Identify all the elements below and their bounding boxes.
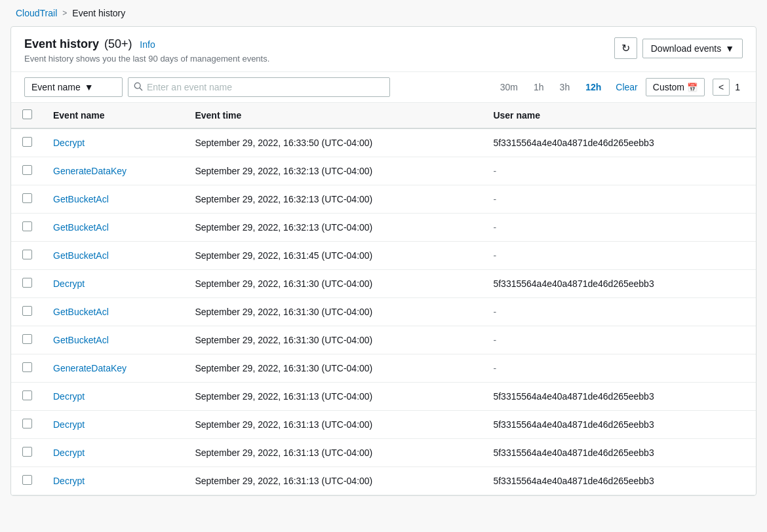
row-checkbox[interactable] bbox=[22, 447, 32, 457]
row-checkbox[interactable] bbox=[22, 419, 32, 428]
event-name-link[interactable]: GetBucketAcl bbox=[53, 307, 109, 317]
select-all-checkbox[interactable] bbox=[22, 109, 32, 119]
row-checkbox[interactable] bbox=[22, 362, 32, 372]
checkbox-header bbox=[11, 103, 43, 128]
row-checkbox[interactable] bbox=[22, 390, 32, 400]
event-name-link[interactable]: Decrypt bbox=[53, 138, 85, 148]
table-header-row: Event name Event time User name bbox=[11, 103, 756, 128]
table-row: GetBucketAcl September 29, 2022, 16:31:3… bbox=[11, 326, 756, 354]
page-title: Event history bbox=[24, 37, 99, 50]
row-checkbox-cell bbox=[11, 128, 43, 157]
time-30m-button[interactable]: 30m bbox=[494, 79, 524, 96]
download-events-button[interactable]: Download events ▼ bbox=[642, 39, 743, 58]
row-checkbox[interactable] bbox=[22, 306, 32, 316]
info-link[interactable]: Info bbox=[140, 39, 155, 50]
custom-label: Custom bbox=[653, 82, 684, 92]
row-checkbox-cell bbox=[11, 298, 43, 326]
row-user-name: 5f3315564a4e40a4871de46d265eebb3 bbox=[482, 467, 756, 495]
time-1h-button[interactable]: 1h bbox=[527, 79, 551, 96]
clear-button[interactable]: Clear bbox=[610, 79, 642, 96]
event-name-link[interactable]: Decrypt bbox=[53, 419, 85, 430]
download-arrow-icon: ▼ bbox=[725, 43, 734, 54]
row-event-name: GetBucketAcl bbox=[43, 298, 184, 326]
row-checkbox[interactable] bbox=[22, 334, 32, 344]
event-name-link[interactable]: GetBucketAcl bbox=[53, 250, 109, 261]
row-checkbox[interactable] bbox=[22, 165, 32, 175]
header-left: Event history (50+) Info Event history s… bbox=[24, 37, 269, 64]
row-event-time: September 29, 2022, 16:31:30 (UTC-04:00) bbox=[184, 270, 482, 298]
row-event-name: Decrypt bbox=[43, 467, 184, 495]
table-row: Decrypt September 29, 2022, 16:31:13 (UT… bbox=[11, 467, 756, 495]
row-checkbox[interactable] bbox=[22, 250, 32, 259]
svg-line-1 bbox=[140, 88, 142, 90]
event-name-link[interactable]: GetBucketAcl bbox=[53, 222, 109, 233]
search-input[interactable] bbox=[147, 78, 384, 96]
dropdown-arrow-icon: ▼ bbox=[85, 82, 94, 92]
row-checkbox[interactable] bbox=[22, 193, 32, 203]
row-event-time: September 29, 2022, 16:31:30 (UTC-04:00) bbox=[184, 298, 482, 326]
row-event-name: GenerateDataKey bbox=[43, 157, 184, 185]
event-name-link[interactable]: GenerateDataKey bbox=[53, 166, 127, 176]
custom-button[interactable]: Custom 📅 bbox=[646, 78, 705, 96]
row-event-time: September 29, 2022, 16:31:13 (UTC-04:00) bbox=[184, 383, 482, 411]
filter-section: Event name ▼ 30m 1h 3h 12h Clear Custom … bbox=[11, 71, 756, 103]
header-subtitle: Event history shows you the last 90 days… bbox=[24, 54, 269, 64]
row-checkbox-cell bbox=[11, 214, 43, 242]
row-user-name: - bbox=[482, 242, 756, 270]
event-name-link[interactable]: GetBucketAcl bbox=[53, 194, 109, 204]
event-name-link[interactable]: GetBucketAcl bbox=[53, 335, 109, 345]
event-name-link[interactable]: Decrypt bbox=[53, 391, 85, 402]
header-section: Event history (50+) Info Event history s… bbox=[11, 27, 756, 71]
table-row: GetBucketAcl September 29, 2022, 16:31:4… bbox=[11, 242, 756, 270]
row-checkbox-cell bbox=[11, 383, 43, 411]
table-row: GenerateDataKey September 29, 2022, 16:3… bbox=[11, 157, 756, 185]
event-name-dropdown[interactable]: Event name ▼ bbox=[24, 77, 123, 97]
breadcrumb-cloudtrail-link[interactable]: CloudTrail bbox=[16, 8, 57, 18]
row-event-name: Decrypt bbox=[43, 270, 184, 298]
events-table: Event name Event time User name Decrypt … bbox=[11, 103, 756, 495]
event-name-link[interactable]: Decrypt bbox=[53, 278, 85, 289]
row-user-name: - bbox=[482, 214, 756, 242]
header-right: ↻ Download events ▼ bbox=[614, 37, 743, 59]
row-event-time: September 29, 2022, 16:32:13 (UTC-04:00) bbox=[184, 185, 482, 214]
breadcrumb-current-page: Event history bbox=[72, 8, 125, 18]
table-row: GetBucketAcl September 29, 2022, 16:31:3… bbox=[11, 298, 756, 326]
refresh-button[interactable]: ↻ bbox=[614, 37, 637, 59]
event-name-link[interactable]: Decrypt bbox=[53, 447, 85, 458]
row-checkbox-cell bbox=[11, 185, 43, 214]
search-icon bbox=[134, 82, 143, 93]
table-row: GetBucketAcl September 29, 2022, 16:32:1… bbox=[11, 185, 756, 214]
table-row: Decrypt September 29, 2022, 16:31:13 (UT… bbox=[11, 411, 756, 439]
row-checkbox[interactable] bbox=[22, 278, 32, 288]
nav-arrows: < 1 bbox=[713, 79, 743, 96]
row-event-name: GetBucketAcl bbox=[43, 326, 184, 354]
row-event-name: Decrypt bbox=[43, 411, 184, 439]
row-checkbox[interactable] bbox=[22, 475, 32, 485]
row-event-name: Decrypt bbox=[43, 439, 184, 467]
row-checkbox[interactable] bbox=[22, 137, 32, 147]
row-user-name: - bbox=[482, 157, 756, 185]
event-name-link[interactable]: GenerateDataKey bbox=[53, 363, 127, 373]
row-event-name: GetBucketAcl bbox=[43, 242, 184, 270]
table-row: Decrypt September 29, 2022, 16:31:13 (UT… bbox=[11, 439, 756, 467]
row-checkbox[interactable] bbox=[22, 221, 32, 231]
event-name-link[interactable]: Decrypt bbox=[53, 476, 85, 486]
time-filters: 30m 1h 3h 12h Clear Custom 📅 bbox=[494, 78, 705, 96]
row-event-name: Decrypt bbox=[43, 128, 184, 157]
row-checkbox-cell bbox=[11, 439, 43, 467]
table-row: Decrypt September 29, 2022, 16:33:50 (UT… bbox=[11, 128, 756, 157]
prev-page-button[interactable]: < bbox=[713, 79, 730, 96]
row-user-name: - bbox=[482, 185, 756, 214]
row-user-name: - bbox=[482, 326, 756, 354]
table-row: GenerateDataKey September 29, 2022, 16:3… bbox=[11, 354, 756, 383]
row-checkbox-cell bbox=[11, 242, 43, 270]
row-event-time: September 29, 2022, 16:32:13 (UTC-04:00) bbox=[184, 214, 482, 242]
dropdown-label: Event name bbox=[31, 82, 81, 92]
row-event-name: GetBucketAcl bbox=[43, 214, 184, 242]
time-12h-button[interactable]: 12h bbox=[579, 79, 608, 96]
refresh-icon: ↻ bbox=[621, 42, 630, 54]
row-user-name: 5f3315564a4e40a4871de46d265eebb3 bbox=[482, 411, 756, 439]
row-checkbox-cell bbox=[11, 467, 43, 495]
row-event-time: September 29, 2022, 16:31:13 (UTC-04:00) bbox=[184, 467, 482, 495]
time-3h-button[interactable]: 3h bbox=[553, 79, 577, 96]
